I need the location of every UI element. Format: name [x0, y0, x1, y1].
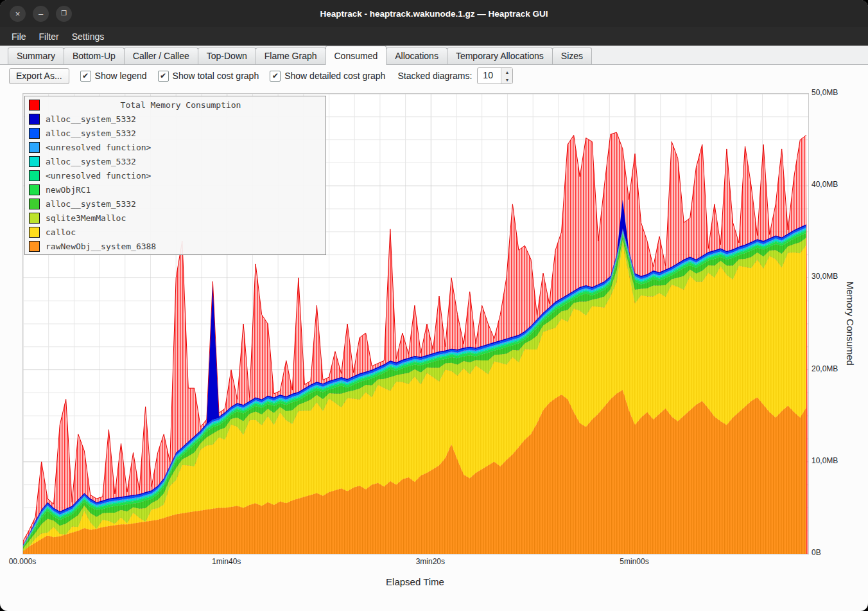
- legend-label: alloc__system_5332: [46, 114, 136, 124]
- legend-item: newObjRC1: [25, 182, 326, 197]
- x-axis-tick: 1min40s: [201, 557, 252, 566]
- legend-label: alloc__system_5332: [46, 199, 136, 209]
- legend-item: rawNewObj__system_6388: [25, 239, 326, 253]
- legend-label: <unresolved function>: [46, 171, 151, 181]
- legend-swatch: [29, 128, 40, 139]
- y-axis-tick: 0B: [812, 548, 821, 557]
- checkbox-label: Show legend: [95, 71, 147, 81]
- y-axis-tick: 40,0MB: [812, 180, 838, 189]
- titlebar[interactable]: × – ❐ Heaptrack - heaptrack.wakunode.1.g…: [0, 0, 868, 27]
- spinbox-up-icon[interactable]: ▲: [501, 68, 512, 76]
- checkbox-label: Show total cost graph: [173, 71, 259, 81]
- spinbox-value[interactable]: 10: [478, 68, 501, 84]
- spinbox-buttons: ▲ ▼: [501, 68, 512, 84]
- legend-swatch: [29, 100, 40, 111]
- legend-item: alloc__system_5332: [25, 154, 326, 168]
- legend-label: rawNewObj__system_6388: [46, 242, 156, 251]
- y-axis-tick: 30,0MB: [812, 272, 838, 281]
- y-axis-title: Memory Consumed: [845, 93, 856, 553]
- tab-sizes[interactable]: Sizes: [552, 48, 592, 64]
- legend-label: <unresolved function>: [46, 143, 151, 152]
- legend-swatch: [29, 213, 40, 224]
- legend-item: <unresolved function>: [25, 140, 326, 154]
- legend-label: alloc__system_5332: [46, 128, 136, 138]
- tab-bar: Summary Bottom-Up Caller / Callee Top-Do…: [0, 46, 868, 65]
- stacked-diagrams-spinbox[interactable]: 10 ▲ ▼: [477, 67, 513, 84]
- menu-file[interactable]: File: [5, 27, 33, 46]
- legend-title-row: Total Memory Consumption: [25, 98, 326, 112]
- menubar: File Filter Settings: [0, 27, 868, 46]
- spinbox-down-icon[interactable]: ▼: [501, 76, 512, 84]
- stacked-diagrams-label: Stacked diagrams:: [397, 71, 472, 81]
- legend-swatch: [29, 227, 40, 238]
- chart-legend: Total Memory Consumptionalloc__system_53…: [24, 96, 326, 255]
- export-as-button[interactable]: Export As...: [9, 68, 69, 84]
- desktop: × – ❐ Heaptrack - heaptrack.wakunode.1.g…: [0, 0, 868, 611]
- window-title: Heaptrack - heaptrack.wakunode.1.gz — He…: [0, 9, 868, 19]
- menu-filter[interactable]: Filter: [33, 27, 65, 46]
- tab-temporary-allocations[interactable]: Temporary Allocations: [447, 48, 553, 64]
- legend-swatch: [29, 170, 40, 181]
- legend-item: alloc__system_5332: [25, 197, 326, 211]
- legend-swatch: [29, 241, 40, 252]
- legend-item: alloc__system_5332: [25, 126, 326, 140]
- y-axis-tick: 10,0MB: [812, 456, 838, 465]
- legend-label: Total Memory Consumption: [40, 100, 322, 110]
- legend-swatch: [29, 142, 40, 153]
- legend-item: <unresolved function>: [25, 168, 326, 182]
- consumed-chart-panel: Total Memory Consumptionalloc__system_53…: [0, 87, 868, 611]
- minimize-button[interactable]: –: [33, 6, 49, 22]
- legend-label: sqlite3MemMalloc: [46, 213, 126, 223]
- tab-caller-callee[interactable]: Caller / Callee: [124, 48, 198, 64]
- checkbox-checked-icon: ✔: [270, 71, 281, 82]
- tab-top-down[interactable]: Top-Down: [198, 48, 256, 64]
- window-controls: × – ❐: [0, 6, 72, 22]
- tab-summary[interactable]: Summary: [8, 48, 64, 64]
- tab-consumed[interactable]: Consumed: [326, 46, 387, 65]
- legend-item: calloc: [25, 225, 326, 239]
- checkbox-show-total-cost-graph[interactable]: ✔ Show total cost graph: [158, 71, 259, 82]
- tab-flame-graph[interactable]: Flame Graph: [256, 48, 326, 64]
- checkbox-checked-icon: ✔: [158, 71, 169, 82]
- checkbox-show-detailed-cost-graph[interactable]: ✔ Show detailed cost graph: [270, 71, 385, 82]
- x-axis-tick: 5min00s: [609, 557, 660, 566]
- legend-swatch: [29, 199, 40, 209]
- checkbox-label: Show detailed cost graph: [284, 71, 385, 81]
- y-axis-tick: 20,0MB: [812, 364, 838, 373]
- checkbox-show-legend[interactable]: ✔ Show legend: [80, 71, 147, 82]
- legend-item: sqlite3MemMalloc: [25, 211, 326, 225]
- heaptrack-window: × – ❐ Heaptrack - heaptrack.wakunode.1.g…: [0, 0, 868, 611]
- legend-label: newObjRC1: [46, 185, 91, 195]
- close-button[interactable]: ×: [10, 6, 26, 22]
- toolbar: Export As... ✔ Show legend ✔ Show total …: [0, 65, 868, 87]
- maximize-button[interactable]: ❐: [56, 6, 72, 22]
- checkbox-checked-icon: ✔: [80, 71, 91, 82]
- x-axis-title: Elapsed Time: [22, 576, 808, 587]
- legend-swatch: [29, 184, 40, 195]
- y-axis-tick: 50,0MB: [812, 88, 838, 97]
- legend-swatch: [29, 114, 40, 125]
- legend-swatch: [29, 156, 40, 167]
- menu-settings[interactable]: Settings: [65, 27, 111, 46]
- legend-label: alloc__system_5332: [46, 157, 136, 166]
- tab-allocations[interactable]: Allocations: [386, 48, 447, 64]
- legend-item: alloc__system_5332: [25, 112, 326, 126]
- legend-label: calloc: [46, 227, 76, 237]
- tab-bottom-up[interactable]: Bottom-Up: [64, 48, 125, 64]
- x-axis-tick: 00.000s: [0, 557, 48, 566]
- x-axis-tick: 3min20s: [404, 557, 456, 566]
